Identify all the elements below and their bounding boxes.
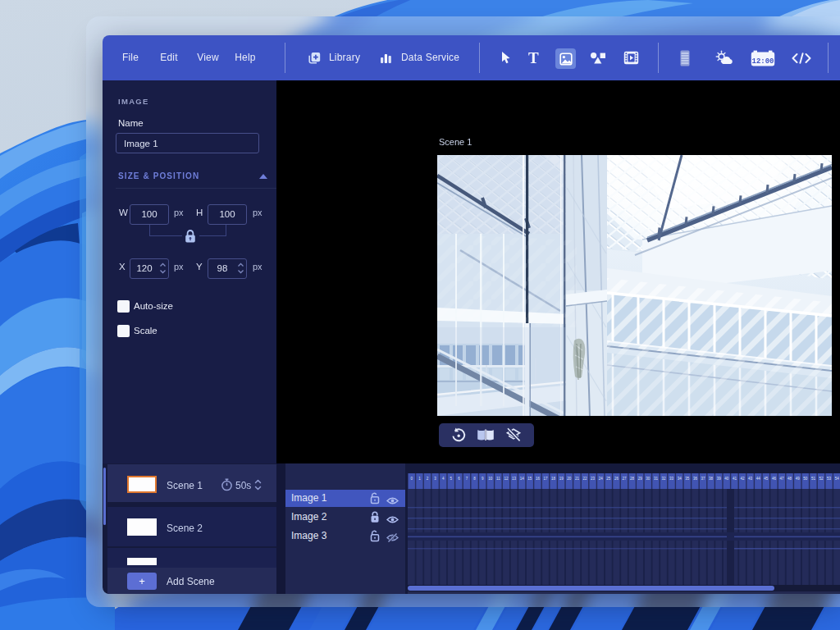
svg-text:41: 41 — [733, 477, 737, 481]
svg-text:43: 43 — [748, 477, 753, 481]
svg-text:21: 21 — [575, 477, 580, 481]
svg-text:38: 38 — [709, 477, 714, 481]
svg-text:42: 42 — [740, 477, 745, 481]
svg-text:26: 26 — [614, 477, 619, 481]
svg-text:15: 15 — [527, 477, 532, 481]
svg-text:53: 53 — [827, 477, 832, 481]
svg-text:35: 35 — [685, 477, 690, 481]
svg-text:54: 54 — [835, 477, 840, 481]
svg-text:20: 20 — [567, 477, 572, 481]
svg-text:14: 14 — [520, 477, 525, 481]
svg-text:32: 32 — [661, 477, 666, 481]
svg-text:10: 10 — [488, 477, 493, 481]
svg-text:52: 52 — [819, 477, 824, 481]
svg-text:34: 34 — [678, 477, 682, 481]
svg-text:50: 50 — [803, 477, 808, 481]
svg-text:45: 45 — [764, 477, 769, 481]
svg-text:51: 51 — [811, 477, 816, 481]
svg-text:18: 18 — [551, 477, 556, 481]
svg-text:23: 23 — [591, 477, 596, 481]
svg-text:37: 37 — [701, 477, 705, 481]
svg-text:25: 25 — [606, 477, 611, 481]
svg-text:48: 48 — [788, 477, 792, 481]
svg-text:16: 16 — [536, 477, 541, 481]
svg-text:36: 36 — [693, 477, 698, 481]
svg-text:47: 47 — [779, 477, 784, 481]
svg-text:12:00: 12:00 — [751, 57, 774, 66]
svg-text:22: 22 — [582, 477, 587, 481]
svg-text:24: 24 — [599, 477, 604, 481]
svg-text:44: 44 — [756, 477, 761, 481]
svg-text:40: 40 — [724, 477, 729, 481]
svg-text:46: 46 — [772, 477, 777, 481]
svg-text:12: 12 — [504, 477, 509, 481]
svg-text:19: 19 — [559, 477, 564, 481]
svg-text:13: 13 — [512, 477, 517, 481]
svg-text:11: 11 — [496, 477, 500, 481]
svg-text:49: 49 — [796, 477, 801, 481]
svg-text:17: 17 — [543, 477, 548, 481]
svg-text:30: 30 — [646, 477, 651, 481]
svg-text:39: 39 — [717, 477, 722, 481]
svg-text:29: 29 — [638, 477, 643, 481]
svg-text:31: 31 — [654, 477, 659, 481]
svg-text:28: 28 — [630, 477, 635, 481]
svg-text:27: 27 — [622, 477, 627, 481]
svg-text:33: 33 — [669, 477, 674, 481]
